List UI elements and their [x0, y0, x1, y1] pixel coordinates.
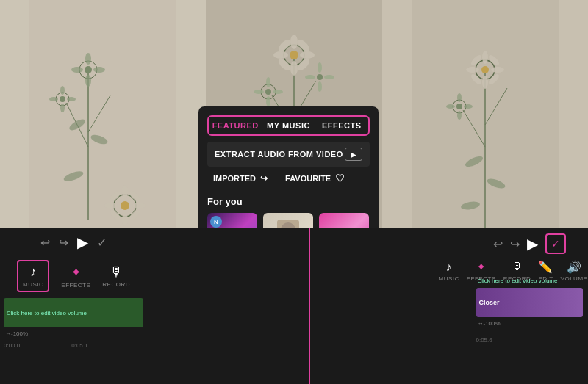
right-info-text: ↔-100% — [478, 320, 501, 327]
music-tool-label: MUSIC — [23, 281, 43, 288]
effects-tool-button[interactable]: ✦ EFFECTS — [61, 264, 90, 289]
video-preview-area: FEATURED MY MUSIC EFFECTS EXTRACT AUDIO … — [0, 0, 588, 228]
svg-point-76 — [446, 104, 455, 109]
svg-point-24 — [132, 203, 146, 209]
music-right-button[interactable]: ♪ MUSIC — [438, 261, 459, 282]
left-info-text: ↔-100% — [5, 330, 28, 337]
music-right-label: MUSIC — [438, 275, 459, 282]
center-timeline — [147, 228, 470, 384]
svg-point-15 — [67, 97, 76, 101]
svg-point-63 — [481, 66, 489, 73]
redo-button-left[interactable]: ↪ — [59, 236, 68, 250]
svg-point-73 — [456, 104, 462, 109]
svg-point-52 — [318, 81, 322, 92]
imported-button[interactable]: IMPORTED ↪ — [207, 170, 273, 186]
video-panel-left — [0, 0, 206, 228]
timecode-right: 0:05.6 — [476, 337, 492, 344]
tab-featured[interactable]: FEATURED — [209, 117, 262, 134]
dazzling-thumbnail: N DAZZLING — [207, 213, 257, 228]
svg-point-21 — [122, 185, 128, 198]
play-button-left[interactable]: ▶ — [77, 233, 88, 251]
svg-point-66 — [466, 67, 479, 73]
favourite-button[interactable]: FAVOURITE ♡ — [279, 170, 351, 187]
svg-point-54 — [324, 75, 334, 79]
svg-point-47 — [254, 90, 264, 94]
svg-point-35 — [290, 35, 298, 49]
carl-figure — [277, 220, 299, 228]
svg-point-45 — [266, 77, 270, 87]
left-tool-icons: ♪ MUSIC ✦ EFFECTS 🎙 RECORD — [17, 260, 130, 292]
music-panel: FEATURED MY MUSIC EFFECTS EXTRACT AUDIO … — [198, 106, 379, 228]
volume-right-icon: 🔊 — [567, 260, 581, 274]
right-track-label: Closer — [479, 299, 500, 306]
music-card-philip[interactable]: Philip EMorris Philip E Morris Retro — [319, 213, 369, 228]
effects-icon: ✦ — [71, 264, 82, 280]
music-right-icon: ♪ — [446, 261, 452, 274]
svg-point-23 — [104, 203, 118, 209]
svg-point-13 — [60, 104, 65, 112]
tab-mymusic[interactable]: MY MUSIC — [262, 117, 315, 134]
svg-point-8 — [71, 67, 83, 73]
check-active-button[interactable]: ✓ — [545, 233, 566, 254]
right-video-track[interactable]: Closer — [476, 288, 583, 317]
extract-play-icon[interactable]: ▶ — [345, 148, 362, 161]
left-timeline-container: Click here to edit video volume ↔-100% 0… — [4, 298, 143, 357]
music-card-dazzling[interactable]: N DAZZLING Dazzling Pop — [207, 213, 257, 228]
svg-point-37 — [273, 51, 288, 59]
svg-point-38 — [300, 51, 315, 59]
record-icon: 🎙 — [110, 264, 123, 280]
heart-icon: ♡ — [335, 173, 345, 184]
left-video-track[interactable]: Click here to edit video volume — [4, 298, 143, 327]
floral-decoration-right — [382, 0, 588, 228]
svg-point-14 — [49, 97, 58, 101]
record-tool-label: RECORD — [102, 281, 130, 288]
record-tool-button[interactable]: 🎙 RECORD — [102, 264, 130, 288]
svg-point-44 — [265, 89, 271, 95]
tab-effects[interactable]: EFFECTS — [315, 117, 368, 134]
music-card-carl[interactable]: Carl Storm Soft — [263, 213, 313, 228]
filter-row: IMPORTED ↪ FAVOURITE ♡ — [207, 170, 370, 187]
undo-button-left[interactable]: ↩ — [40, 236, 50, 250]
redo-button-right[interactable]: ↪ — [510, 237, 520, 251]
timecode-end: 0:05.1 — [71, 342, 87, 349]
new-badge: N — [210, 216, 222, 228]
svg-point-65 — [482, 76, 488, 89]
edit-right-icon: ✏️ — [538, 260, 553, 274]
floral-decoration-left — [0, 0, 206, 228]
svg-point-74 — [457, 93, 462, 102]
undo-button-right[interactable]: ↩ — [493, 237, 503, 251]
extract-label: EXTRACT AUDIO FROM VIDEO — [215, 150, 343, 159]
svg-point-36 — [290, 61, 298, 76]
video-panel-right — [382, 0, 588, 228]
volume-right-button[interactable]: 🔊 VOLUME — [561, 260, 588, 282]
record-right-icon: 🎙 — [512, 261, 523, 274]
for-you-title: For you — [207, 196, 370, 207]
imported-label: IMPORTED — [213, 174, 256, 183]
svg-point-67 — [491, 67, 504, 73]
svg-point-12 — [60, 86, 65, 95]
effects-right-icon: ✦ — [476, 260, 486, 274]
svg-point-48 — [273, 90, 283, 94]
volume-right-label: VOLUME — [561, 275, 588, 282]
bottom-area: ↩ ↪ ▶ ✓ ♪ MUSIC ✦ EFFECTS 🎙 RECORD Click… — [0, 228, 588, 384]
svg-point-53 — [305, 75, 315, 79]
philip-thumbnail: Philip EMorris — [319, 213, 369, 228]
svg-point-34 — [290, 51, 298, 59]
music-tool-button[interactable]: ♪ MUSIC — [17, 260, 49, 292]
svg-point-20 — [121, 201, 129, 210]
play-button-right[interactable]: ▶ — [527, 235, 538, 253]
effects-tool-label: EFFECTS — [61, 282, 90, 289]
timecode-start: 0:00.0 — [4, 342, 20, 349]
tabs-container: FEATURED MY MUSIC EFFECTS — [207, 115, 370, 136]
svg-point-75 — [457, 111, 462, 120]
import-icon: ↪ — [260, 173, 268, 184]
right-timecodes: 0:05.6 — [476, 332, 492, 345]
svg-rect-0 — [29, 0, 176, 228]
extract-audio-row[interactable]: EXTRACT AUDIO FROM VIDEO ▶ — [207, 142, 370, 167]
music-icon: ♪ — [30, 264, 37, 280]
check-button-left[interactable]: ✓ — [97, 236, 107, 250]
left-edit-text: Click here to edit video volume — [7, 310, 87, 316]
svg-point-22 — [122, 213, 128, 226]
svg-point-9 — [93, 67, 105, 73]
svg-point-6 — [85, 53, 91, 65]
